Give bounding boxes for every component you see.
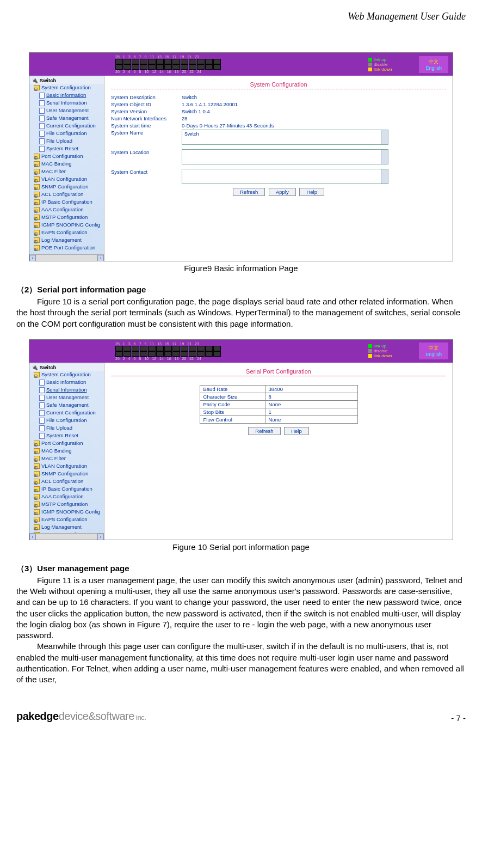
sidebar-ip-config[interactable]: IP Basic Configuration — [29, 198, 104, 206]
nav-sidebar: 🔌 Switch System Configuration Basic Info… — [29, 76, 104, 261]
sidebar-system-reset[interactable]: System Reset — [29, 145, 104, 152]
sidebar-igmp-config-2[interactable]: IGMP SNOOPING Config — [29, 508, 104, 516]
sidebar-serial-info-2[interactable]: Serial Information — [29, 386, 104, 394]
stop-label: Stop Bits — [200, 408, 265, 415]
sidebar-log-mgmt-2[interactable]: Log Management — [29, 523, 104, 531]
language-switch[interactable]: 中文 English — [419, 56, 448, 73]
language-switch-2[interactable]: 中文 English — [419, 343, 448, 359]
sidebar-vlan-config[interactable]: VLAN Configuration — [29, 175, 104, 183]
sidebar-title-2: 🔌 Switch — [29, 364, 104, 371]
refresh-button-2[interactable]: Refresh — [248, 427, 280, 435]
desc-value: Switch — [182, 94, 197, 100]
help-button-2[interactable]: Help — [284, 427, 309, 435]
sidebar-mac-filter[interactable]: MAC Filter — [29, 168, 104, 175]
apply-button[interactable]: Apply — [269, 188, 296, 196]
doc-header: Web Management User Guide — [16, 11, 466, 22]
main-title-2: Serial Port Configuration — [111, 366, 446, 376]
system-contact-input[interactable] — [182, 169, 388, 184]
sidebar-aaa-config-2[interactable]: AAA Configuration — [29, 493, 104, 500]
pakedge-logo: pakedgedevice&software inc. — [16, 710, 146, 723]
serial-config-table: Baud Rate38400 Character Size8 Parity Co… — [200, 385, 358, 424]
flow-value: None — [265, 415, 357, 423]
sidebar-snmp-config[interactable]: SNMP Configuration — [29, 183, 104, 191]
sidebar-poe-config[interactable]: POE Port Configuration — [29, 244, 104, 252]
name-label: System Name — [111, 130, 182, 145]
sidebar-basic-info-2[interactable]: Basic Information — [29, 378, 104, 386]
sidebar-aaa-config[interactable]: AAA Configuration — [29, 206, 104, 213]
baud-value: 38400 — [265, 385, 357, 393]
ver-label: System Version — [111, 108, 182, 114]
sidebar-eaps-config[interactable]: EAPS Configuration — [29, 229, 104, 236]
link-legend: link up disable link down — [368, 57, 392, 72]
port-panel: 251357911131517192123 262468101214161820… — [115, 55, 221, 74]
sidebar-user-mgmt[interactable]: User Management — [29, 107, 104, 114]
sidebar-port-config-2[interactable]: Port Configuration — [29, 439, 104, 447]
sidebar-current-config-2[interactable]: Current Configuration — [29, 409, 104, 417]
figure9-screenshot: 251357911131517192123 262468101214161820… — [29, 52, 453, 261]
sidebar-title: 🔌 Switch — [29, 77, 104, 84]
sidebar-igmp-config[interactable]: IGMP SNOOPING Config — [29, 221, 104, 229]
start-label: System start time — [111, 123, 182, 129]
char-value: 8 — [265, 393, 357, 400]
sidebar-mstp-config-2[interactable]: MSTP Configuration — [29, 500, 104, 508]
sidebar-eaps-config-2[interactable]: EAPS Configuration — [29, 516, 104, 523]
sidebar-acl-config-2[interactable]: ACL Configuration — [29, 478, 104, 485]
num-label: Num Network Interfaces — [111, 115, 182, 121]
sidebar-snmp-config-2[interactable]: SNMP Configuration — [29, 470, 104, 478]
port-panel-2: 251357911131517192123 262468101214161820… — [115, 342, 221, 360]
flow-label: Flow Control — [200, 415, 265, 423]
sidebar-port-config[interactable]: Port Configuration — [29, 152, 104, 160]
sidebar-acl-config[interactable]: ACL Configuration — [29, 191, 104, 198]
stop-value: 1 — [265, 408, 357, 415]
figure10-caption: Figure 10 Serial port information page — [16, 542, 466, 552]
refresh-button[interactable]: Refresh — [233, 188, 265, 196]
sidebar-scrollbar[interactable]: ‹› — [29, 254, 104, 261]
sidebar-vlan-config-2[interactable]: VLAN Configuration — [29, 462, 104, 470]
sidebar-current-config[interactable]: Current Configuration — [29, 122, 104, 130]
section2-body: Figure 10 is a serial port configuration… — [16, 296, 466, 329]
main-panel: System Configuration System DescriptionS… — [104, 76, 453, 261]
con-label: System Contact — [111, 169, 182, 184]
figure10-screenshot: 251357911131517192123 262468101214161820… — [29, 339, 453, 540]
section3-body: Figure 11 is a user management page, the… — [16, 575, 466, 686]
sidebar-system-config-2[interactable]: System Configuration — [29, 371, 104, 378]
parity-value: None — [265, 400, 357, 408]
sidebar-user-mgmt-2[interactable]: User Management — [29, 394, 104, 401]
sidebar-mstp-config[interactable]: MSTP Configuration — [29, 213, 104, 221]
sidebar-serial-info[interactable]: Serial Information — [29, 99, 104, 107]
switch-header-bar: 251357911131517192123 262468101214161820… — [29, 53, 453, 76]
baud-label: Baud Rate — [200, 385, 265, 393]
sidebar-file-config[interactable]: File Configuration — [29, 130, 104, 137]
desc-label: System Description — [111, 94, 182, 100]
nav-sidebar-2: 🔌 Switch System Configuration Basic Info… — [29, 363, 104, 540]
oid-value: 1.3.6.1.4.1.12284.20001 — [182, 101, 238, 107]
sidebar-mac-binding[interactable]: MAC Binding — [29, 160, 104, 168]
link-legend-2: link up disable link down — [368, 344, 392, 358]
sidebar-safe-mgmt[interactable]: Safe Management — [29, 114, 104, 122]
sidebar-mac-filter-2[interactable]: MAC Filter — [29, 455, 104, 462]
sidebar-system-reset-2[interactable]: System Reset — [29, 432, 104, 439]
sidebar-safe-mgmt-2[interactable]: Safe Management — [29, 401, 104, 409]
sidebar-file-upload[interactable]: File Upload — [29, 137, 104, 145]
section3-heading: （3）User management page — [16, 564, 466, 574]
sidebar-file-config-2[interactable]: File Configuration — [29, 417, 104, 424]
switch-header-bar-2: 251357911131517192123 262468101214161820… — [29, 340, 453, 363]
loc-label: System Location — [111, 149, 182, 164]
start-value: 0-Days 0-Hours 27-Minutes 43-Seconds — [182, 123, 274, 129]
figure9-caption: Figure9 Basic information Page — [16, 264, 466, 273]
sidebar-log-mgmt[interactable]: Log Management — [29, 236, 104, 244]
sidebar-ip-config-2[interactable]: IP Basic Configuration — [29, 485, 104, 493]
page-footer: pakedgedevice&software inc. - 7 - — [16, 710, 466, 723]
sidebar-basic-info[interactable]: Basic Information — [29, 91, 104, 99]
sidebar-system-config[interactable]: System Configuration — [29, 84, 104, 91]
page-number: - 7 - — [451, 713, 466, 723]
sidebar-mac-binding-2[interactable]: MAC Binding — [29, 447, 104, 455]
sidebar-scrollbar-2[interactable]: ‹› — [29, 533, 104, 540]
char-label: Character Size — [200, 393, 265, 400]
help-button[interactable]: Help — [299, 188, 324, 196]
system-location-input[interactable] — [182, 149, 388, 164]
section2-heading: （2）Serial port information page — [16, 285, 466, 295]
system-name-input[interactable]: Switch — [182, 130, 388, 145]
oid-label: System Object ID — [111, 101, 182, 107]
sidebar-file-upload-2[interactable]: File Upload — [29, 424, 104, 432]
